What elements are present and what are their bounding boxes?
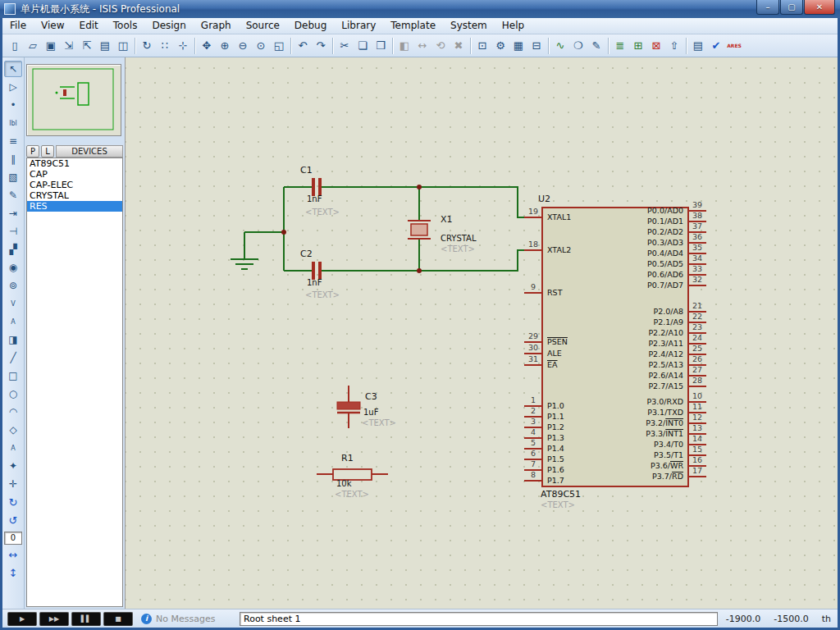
netlist-to-ares-icon[interactable]: ARES	[725, 37, 743, 55]
rotate-anticlockwise-icon[interactable]: ↺	[4, 512, 22, 528]
device-item-cap[interactable]: CAP	[27, 169, 122, 180]
menu-source[interactable]: Source	[239, 18, 287, 34]
save-design-icon[interactable]: ▣	[42, 37, 60, 55]
path-2d-tool-icon[interactable]: ◇	[4, 422, 22, 438]
mark-output-area-icon[interactable]: ◫	[114, 37, 132, 55]
remove-sheet-icon[interactable]: ⊠	[647, 37, 665, 55]
device-item-res[interactable]: RES	[27, 201, 122, 212]
goto-sheet-icon[interactable]: ⇧	[665, 37, 683, 55]
maximize-button[interactable]: ▢	[780, 0, 803, 15]
component-tool-icon[interactable]: ▷	[4, 79, 22, 95]
bus-tool-icon[interactable]: ∥	[4, 151, 22, 167]
block-delete-icon[interactable]: ✖	[450, 37, 468, 55]
circle-2d-tool-icon[interactable]: ○	[4, 386, 22, 402]
menu-view[interactable]: View	[34, 18, 71, 34]
overview-panel[interactable]	[26, 64, 121, 136]
block-move-icon[interactable]: ↔	[413, 37, 431, 55]
subcircuit-tool-icon[interactable]: ▧	[4, 169, 22, 185]
electrical-rule-check-icon[interactable]: ✔	[707, 37, 725, 55]
redo-icon[interactable]: ↷	[312, 37, 330, 55]
cut-icon[interactable]: ✂	[336, 37, 354, 55]
box-2d-tool-icon[interactable]: □	[4, 368, 22, 384]
design-explorer-icon[interactable]: ≣	[611, 37, 629, 55]
wire-autorouter-icon[interactable]: ∿	[551, 37, 569, 55]
rotation-angle-box[interactable]: 0	[4, 532, 22, 545]
schematic-canvas[interactable]: C11nF<TEXT>C21nF<TEXT>X1CRYSTAL<TEXT>C31…	[125, 57, 838, 609]
pick-devices-button[interactable]: P	[26, 145, 39, 158]
stop-button[interactable]: ■	[103, 612, 133, 626]
intersheet-terminal-tool-icon[interactable]: ⇥	[4, 205, 22, 221]
device-pin-tool-icon[interactable]: ⊣	[4, 223, 22, 240]
wire[interactable]	[322, 187, 524, 217]
menu-library[interactable]: Library	[334, 18, 383, 34]
open-design-icon[interactable]: ▱	[24, 37, 42, 55]
selection-tool-icon[interactable]: ↖	[4, 61, 22, 77]
component-C3[interactable]: C31uF<TEXT>	[337, 386, 396, 428]
rotate-clockwise-icon[interactable]: ↻	[4, 494, 22, 510]
arc-2d-tool-icon[interactable]: ◠	[4, 404, 22, 420]
component-C1[interactable]: C11nF<TEXT>	[300, 165, 340, 217]
wire[interactable]	[322, 250, 524, 271]
device-item-crystal[interactable]: CRYSTAL	[27, 190, 122, 201]
flip-vertical-icon[interactable]: ↕	[4, 564, 22, 581]
graph-tool-icon[interactable]: ▞	[4, 241, 22, 258]
zoom-in-icon[interactable]: ⊕	[216, 37, 234, 55]
pan-icon[interactable]: ✥	[198, 37, 216, 55]
minimize-button[interactable]: –	[756, 0, 779, 15]
menu-system[interactable]: System	[443, 18, 495, 34]
zoom-area-icon[interactable]: ◱	[270, 37, 288, 55]
packaging-tool-icon[interactable]: ▦	[509, 37, 527, 55]
menu-debug[interactable]: Debug	[287, 18, 334, 34]
title-bar[interactable]: 单片机最小系统 - ISIS Professional – ▢ ✕	[0, 0, 840, 18]
component-GROUND[interactable]	[231, 232, 258, 269]
menu-file[interactable]: File	[2, 18, 34, 34]
text-script-tool-icon[interactable]: ≡	[4, 133, 22, 149]
component-C2[interactable]: C21nF<TEXT>	[300, 249, 340, 299]
menu-help[interactable]: Help	[495, 18, 532, 34]
search-tag-icon[interactable]: ❍	[569, 37, 587, 55]
tape-recorder-tool-icon[interactable]: ◉	[4, 259, 22, 276]
pick-device-icon[interactable]: ⊡	[473, 37, 491, 55]
step-button[interactable]: ▶▶	[39, 612, 69, 626]
sheet-selector[interactable]: Root sheet 1	[240, 612, 718, 626]
new-sheet-icon[interactable]: ⊞	[629, 37, 647, 55]
false-origin-icon[interactable]: ⊹	[174, 37, 192, 55]
import-section-icon[interactable]: ⇲	[60, 37, 78, 55]
close-button[interactable]: ✕	[804, 0, 835, 15]
device-item-cap-elec[interactable]: CAP-ELEC	[27, 180, 122, 190]
bill-of-materials-icon[interactable]: ▤	[689, 37, 707, 55]
menu-edit[interactable]: Edit	[72, 18, 106, 34]
virtual-instrument-tool-icon[interactable]: ◨	[4, 331, 22, 348]
text-2d-tool-icon[interactable]: A	[4, 440, 22, 456]
marker-2d-tool-icon[interactable]: ✛	[4, 476, 22, 492]
property-assignment-icon[interactable]: ✎	[587, 37, 605, 55]
zoom-out-icon[interactable]: ⊖	[234, 37, 252, 55]
instant-edit-tool-icon[interactable]: ✎	[4, 187, 22, 203]
menu-graph[interactable]: Graph	[194, 18, 239, 34]
generator-tool-icon[interactable]: ⊚	[4, 277, 22, 294]
voltage-probe-tool-icon[interactable]: V	[4, 295, 22, 312]
print-icon[interactable]: ▤	[96, 37, 114, 55]
line-2d-tool-icon[interactable]: ╱	[4, 349, 22, 366]
symbol-2d-tool-icon[interactable]: ✦	[4, 458, 22, 474]
make-device-icon[interactable]: ⚙	[491, 37, 509, 55]
play-button[interactable]: ▶	[7, 612, 37, 626]
library-manager-button[interactable]: L	[41, 145, 54, 158]
component-U2[interactable]: 19XTAL118XTAL29RST29PSEN30ALE31EA1P1.02P…	[524, 194, 706, 509]
component-X1[interactable]: X1CRYSTAL<TEXT>	[408, 214, 477, 253]
block-copy-icon[interactable]: ◧	[395, 37, 413, 55]
zoom-all-icon[interactable]: ⊙	[252, 37, 270, 55]
flip-horizontal-icon[interactable]: ↔	[4, 546, 22, 563]
block-rotate-icon[interactable]: ⟲	[431, 37, 450, 55]
wire-label-tool-icon[interactable]: lbl	[4, 115, 22, 131]
component-R1[interactable]: R110k<TEXT>	[317, 453, 388, 499]
export-section-icon[interactable]: ⇱	[78, 37, 96, 55]
menu-design[interactable]: Design	[144, 18, 193, 34]
pause-button[interactable]: ▌▌	[71, 612, 101, 626]
toggle-grid-icon[interactable]: ∷	[156, 37, 174, 55]
junction-dot-tool-icon[interactable]: •	[4, 97, 22, 113]
redraw-icon[interactable]: ↻	[138, 37, 156, 55]
device-item-at89c51[interactable]: AT89C51	[27, 158, 122, 169]
copy-icon[interactable]: ❏	[354, 37, 372, 55]
menu-tools[interactable]: Tools	[106, 18, 145, 34]
